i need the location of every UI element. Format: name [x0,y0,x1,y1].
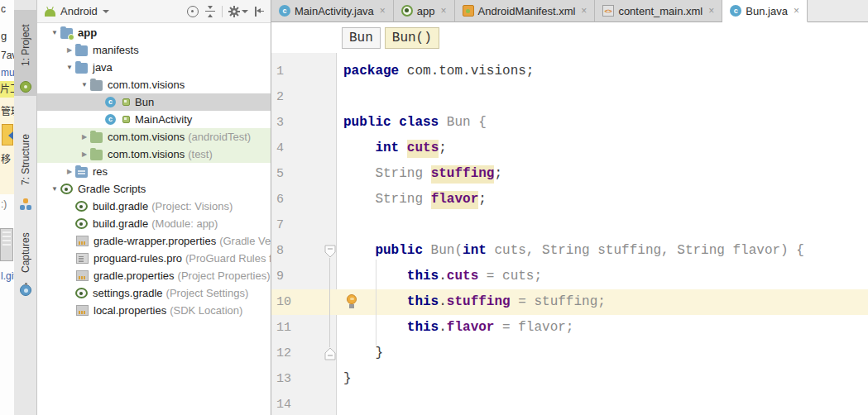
code-token: String [375,166,430,181]
tool-tab-structure-label: 7: Structure [14,124,37,195]
code-line-2[interactable] [338,84,868,110]
code-token: package [343,64,399,79]
line-number: 5 [276,161,305,187]
tree-item-build-gradle-project-visions[interactable]: build.gradle(Project: Visions) [37,198,271,215]
expander-closed-icon[interactable]: ▶ [79,133,90,141]
code-line-1[interactable]: package com.tom.visions; [338,59,868,84]
intention-lightbulb-icon[interactable] [346,294,357,309]
code-token: . [439,320,447,335]
editor-tab-label: MainActivity.java [295,5,374,17]
tool-tab-captures[interactable]: Captures [14,222,37,299]
editor-tab-bun-java[interactable]: Bun.java× [722,0,808,22]
code-editor[interactable]: 1234567891011121314 package com.tom.visi… [271,53,868,415]
tree-item-proguard-rules-pro-proguard-rules-for[interactable]: proguard-rules.pro(ProGuard Rules for [37,250,271,267]
tree-item-label: java [93,61,113,74]
close-icon[interactable]: × [794,5,799,17]
expander-closed-icon[interactable]: ▶ [64,46,75,54]
tab-bar-filler [808,0,868,22]
bg-text-fragment: g [1,30,7,42]
expander-open-icon[interactable]: ▼ [64,64,75,71]
tree-item-settings-gradle-project-settings[interactable]: settings.gradle(Project Settings) [37,284,271,302]
breadcrumb-method[interactable]: Bun() [385,27,439,49]
collapse-all-icon[interactable] [204,6,216,17]
project-toolbar: Android [37,0,271,23]
code-token [343,166,375,181]
expander-closed-icon[interactable]: ▶ [64,168,75,175]
line-number: 3 [276,110,305,136]
code-line-4[interactable]: int cuts; [338,136,868,161]
code-line-7[interactable] [338,212,868,238]
code-line-10[interactable]: this.stuffing = stuffing; [338,289,868,315]
tree-item-label: com.tom.visions [108,148,185,160]
code-token: stuffing [447,294,511,309]
visibility-badge-icon [122,98,130,106]
locate-file-icon[interactable] [187,6,199,17]
editor-tab-label: Bun.java [746,5,788,17]
close-icon[interactable]: × [581,5,587,17]
tree-item-java[interactable]: ▼java [37,59,271,76]
hide-panel-icon[interactable] [254,6,266,17]
code-token: this [407,294,439,309]
line-number: 6 [276,187,305,212]
close-icon[interactable]: × [380,5,386,17]
code-line-3[interactable]: public class Bun { [338,110,868,136]
tree-item-local-properties-sdk-location[interactable]: local.properties(SDK Location) [37,302,271,319]
tree-item-com-tom-visions[interactable]: ▼com.tom.visions [37,76,271,93]
tool-tab-structure[interactable]: 7: Structure [14,121,37,213]
tree-item-suffix: (Project Properties) [178,270,271,282]
project-view-selector[interactable]: Android [45,5,109,17]
code-token: = stuffing; [511,294,606,309]
bg-text-fragment: 片工 [0,81,14,98]
code-token: Bun( [423,243,463,258]
code-line-11[interactable]: this.flavor = flavor; [338,315,868,341]
project-panel: Android [37,0,271,415]
code-token: public class [343,115,439,130]
editor-tab-content-main-xml[interactable]: content_main.xml× [595,0,722,22]
bg-text-fragment: l.git [1,270,14,282]
line-number: 12 [276,341,305,366]
fold-collapse-icon[interactable] [324,245,336,258]
tree-item-gradle-wrapper-properties-gradle-vers[interactable]: gradle-wrapper.properties(Gradle Vers [37,232,271,250]
code-line-12[interactable]: } [338,341,868,366]
expander-closed-icon[interactable]: ▶ [79,150,90,158]
expander-open-icon[interactable]: ▼ [49,29,60,36]
line-number: 8 [276,238,305,264]
tree-item-com-tom-visions-test[interactable]: ▶com.tom.visions(test) [37,145,271,163]
tree-item-com-tom-visions-androidtest[interactable]: ▶com.tom.visions(androidTest) [37,128,271,145]
tree-item-app[interactable]: ▼app [37,24,271,41]
tree-item-gradle-properties-project-properties[interactable]: gradle.properties(Project Properties) [37,267,271,284]
expander-open-icon[interactable]: ▼ [79,81,90,88]
tree-item-label: manifests [93,44,139,56]
code-line-13[interactable]: } [338,366,868,392]
code-token: stuffing [431,166,495,181]
code-line-14[interactable] [338,392,868,415]
code-line-6[interactable]: String flavor; [338,187,868,212]
editor-tab-mainactivity-java[interactable]: MainActivity.java× [271,0,394,22]
close-icon[interactable]: × [708,5,714,17]
editor-tab-app[interactable]: app× [394,0,455,22]
expander-open-icon[interactable]: ▼ [49,185,60,193]
tree-item-res[interactable]: ▶res [37,163,271,180]
settings-gear-button[interactable] [228,6,248,17]
fold-expand-icon[interactable] [324,347,336,360]
code-line-9[interactable]: this.cuts = cuts; [338,264,868,289]
code-line-8[interactable]: public Bun(int cuts, String stuffing, St… [338,238,868,264]
tree-item-mainactivity[interactable]: MainActivity [37,111,271,128]
tree-item-bun[interactable]: Bun [37,93,271,111]
tool-tab-project-label: 1: Project [14,13,37,78]
code-line-5[interactable]: String stuffing; [338,161,868,187]
java-class-icon [105,97,117,107]
tree-item-manifests[interactable]: ▶manifests [37,41,271,59]
editor-tab-androidmanifest-xml[interactable]: AndroidManifest.xml× [455,0,596,22]
tree-item-build-gradle-module-app[interactable]: build.gradle(Module: app) [37,215,271,232]
bg-thumbnail [0,228,13,261]
code-token [343,269,407,284]
tree-item-gradle-scripts[interactable]: ▼Gradle Scripts [37,180,271,198]
package-icon [90,80,103,91]
breadcrumb-class[interactable]: Bun [342,27,381,49]
tree-item-label: gradle.properties [94,270,175,282]
tree-item-label: res [93,165,108,178]
tool-tab-project[interactable]: 1: Project [14,10,37,96]
java-class-icon [730,5,741,17]
close-icon[interactable]: × [441,5,447,17]
